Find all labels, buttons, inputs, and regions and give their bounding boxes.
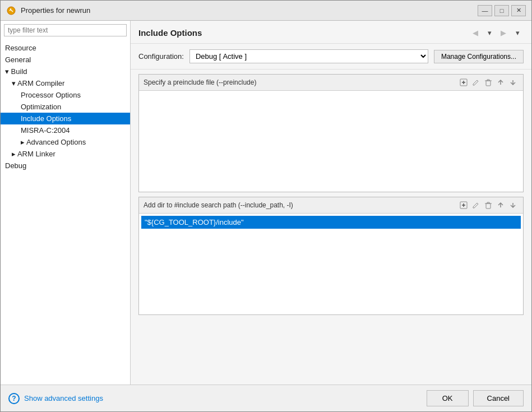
maximize-button[interactable]: □ <box>494 5 509 16</box>
sidebar-item-arm-linker[interactable]: ▸ ARM Linker <box>1 148 130 160</box>
sidebar-item-resource[interactable]: Resource <box>1 42 130 54</box>
bottom-right: OK Cancel <box>427 390 524 406</box>
include-add-btn[interactable] <box>458 200 469 210</box>
sidebar-item-general[interactable]: General <box>1 54 130 66</box>
include-edit-btn[interactable] <box>470 200 482 210</box>
help-icon[interactable]: ? <box>8 393 20 404</box>
svg-rect-2 <box>486 81 491 86</box>
preinclude-section-title: Specify a preinclude file (--preinclude) <box>144 78 256 86</box>
include-path-section-title: Add dir to #include search path (--inclu… <box>144 201 293 209</box>
sections-container: Specify a preinclude file (--preinclude) <box>131 70 531 385</box>
sidebar-item-advanced-options[interactable]: ▸ Advanced Options <box>1 136 130 148</box>
sidebar-item-label-debug: Debug <box>5 161 26 170</box>
preinclude-section-header: Specify a preinclude file (--preinclude) <box>139 75 523 91</box>
preinclude-section: Specify a preinclude file (--preinclude) <box>138 74 524 192</box>
preinclude-delete-btn[interactable] <box>483 77 494 87</box>
sidebar-item-label-optimization: Optimization <box>21 103 61 111</box>
sidebar-item-include-options[interactable]: Include Options <box>1 113 130 124</box>
svg-rect-4 <box>486 203 491 209</box>
sidebar-item-debug[interactable]: Debug <box>1 160 130 172</box>
title-bar: Properties for newrun — □ ✕ <box>1 1 531 21</box>
manage-configurations-button[interactable]: Manage Configurations... <box>434 50 524 63</box>
sidebar-item-arm-compiler[interactable]: ▾ ARM Compiler <box>1 77 130 89</box>
right-panel: Include Options ◀ ▾ ▶ ▾ Configuration: D… <box>131 21 531 385</box>
preinclude-up-btn[interactable] <box>495 77 506 87</box>
include-path-toolbar <box>458 200 519 210</box>
panel-title: Include Options <box>138 28 202 38</box>
include-delete-btn[interactable] <box>483 200 494 210</box>
panel-nav-icons: ◀ ▾ ▶ ▾ <box>469 26 524 39</box>
cancel-button[interactable]: Cancel <box>473 390 524 406</box>
sidebar: Resource General▾ Build▾ ARM Compiler Pr… <box>1 21 131 385</box>
preinclude-toolbar <box>458 77 519 87</box>
include-up-btn[interactable] <box>495 200 506 210</box>
sidebar-item-label-arm-linker: ▸ ARM Linker <box>12 150 55 158</box>
sidebar-item-label-resource: Resource <box>5 44 36 52</box>
filter-input[interactable] <box>4 24 127 36</box>
sidebar-item-label-advanced-options: ▸ Advanced Options <box>21 138 86 146</box>
include-path-body: "${CG_TOOL_ROOT}/include" <box>139 214 523 314</box>
nav-forward-dropdown-button[interactable]: ▾ <box>511 26 524 39</box>
ok-button[interactable]: OK <box>427 390 469 406</box>
preinclude-body <box>139 91 523 192</box>
sidebar-item-label-include-options: Include Options <box>21 114 71 123</box>
sidebar-item-label-arm-compiler: ▾ ARM Compiler <box>12 79 64 87</box>
minimize-button[interactable]: — <box>478 5 492 16</box>
config-row: Configuration: Debug [ Active ] Manage C… <box>131 44 531 70</box>
sidebar-item-misra[interactable]: MISRA-C:2004 <box>1 124 130 136</box>
sidebar-item-label-build: ▾ Build <box>5 67 27 76</box>
advanced-settings-link[interactable]: Show advanced settings <box>24 394 103 402</box>
include-path-section: Add dir to #include search path (--inclu… <box>138 197 524 315</box>
sidebar-item-label-misra: MISRA-C:2004 <box>21 126 70 135</box>
preinclude-edit-btn[interactable] <box>470 77 482 87</box>
main-dialog: Properties for newrun — □ ✕ Resource Gen… <box>0 0 532 412</box>
close-button[interactable]: ✕ <box>511 5 526 16</box>
dialog-title: Properties for newrun <box>21 6 478 15</box>
config-label: Configuration: <box>138 52 184 61</box>
sidebar-item-label-processor-options: Processor Options <box>21 91 81 99</box>
sidebar-item-label-general: General <box>5 55 31 64</box>
tree: Resource General▾ Build▾ ARM Compiler Pr… <box>1 40 130 385</box>
sidebar-item-optimization[interactable]: Optimization <box>1 101 130 113</box>
dialog-icon <box>6 6 16 16</box>
main-content: Resource General▾ Build▾ ARM Compiler Pr… <box>1 21 531 385</box>
panel-header: Include Options ◀ ▾ ▶ ▾ <box>131 21 531 44</box>
include-path-section-header: Add dir to #include search path (--inclu… <box>139 197 523 214</box>
list-item[interactable]: "${CG_TOOL_ROOT}/include" <box>141 216 521 229</box>
sidebar-item-processor-options[interactable]: Processor Options <box>1 89 130 101</box>
include-down-btn[interactable] <box>507 200 519 210</box>
nav-forward-button[interactable]: ▶ <box>497 26 510 39</box>
window-controls: — □ ✕ <box>478 5 526 16</box>
nav-dropdown-button[interactable]: ▾ <box>483 26 496 39</box>
bottom-left: ? Show advanced settings <box>8 393 103 404</box>
preinclude-add-btn[interactable] <box>458 77 469 87</box>
bottom-bar: ? Show advanced settings OK Cancel <box>1 385 531 411</box>
sidebar-item-build[interactable]: ▾ Build <box>1 66 130 77</box>
nav-back-button[interactable]: ◀ <box>469 26 482 39</box>
config-select[interactable]: Debug [ Active ] <box>189 49 428 63</box>
preinclude-down-btn[interactable] <box>507 77 519 87</box>
